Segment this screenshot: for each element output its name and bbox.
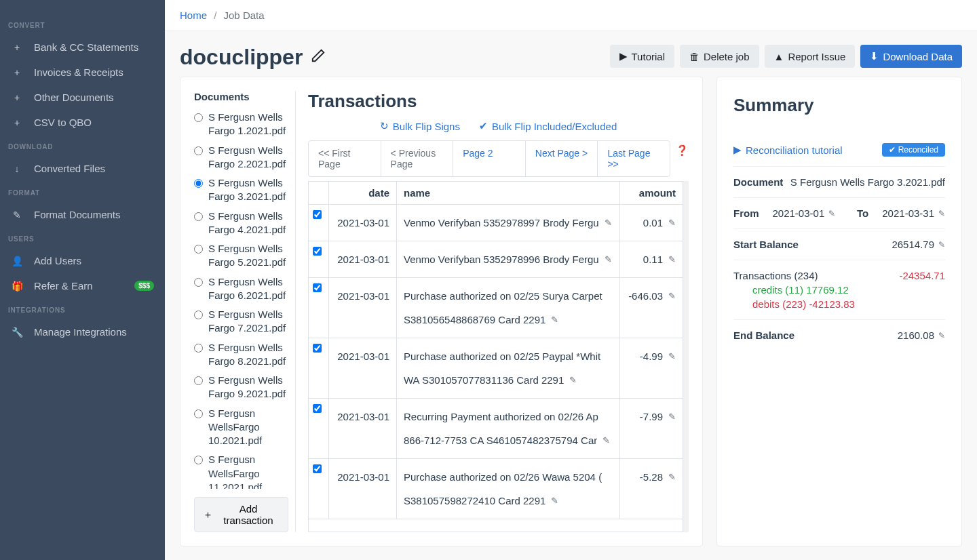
edit-amount-icon[interactable]: ✎ bbox=[668, 351, 676, 361]
document-radio[interactable] bbox=[194, 409, 203, 418]
pager-first[interactable]: << First Page bbox=[309, 141, 381, 176]
sidebar-item[interactable]: ↓Converted Files bbox=[0, 156, 165, 181]
row-checkbox[interactable] bbox=[313, 247, 322, 256]
document-item[interactable]: S Fergusn Wells Fargo 5.2021.pdf bbox=[194, 239, 288, 273]
tutorial-button[interactable]: ▶ Tutorial bbox=[610, 45, 674, 68]
document-radio[interactable] bbox=[194, 311, 203, 319]
name-line: WA S301057077831136 Card 2291✎ bbox=[404, 374, 613, 386]
breadcrumb-home[interactable]: Home bbox=[180, 9, 207, 21]
page-title-text: docuclipper bbox=[180, 45, 303, 70]
sidebar-item[interactable]: +CSV to QBO bbox=[0, 110, 165, 135]
reconciled-badge: ✔ Reconciled bbox=[882, 143, 945, 157]
end-balance-value-group: 2160.08 ✎ bbox=[898, 329, 945, 341]
edit-name-icon[interactable]: ✎ bbox=[605, 218, 612, 228]
sidebar-item[interactable]: 👤Add Users bbox=[0, 248, 165, 273]
edit-name-icon[interactable]: ✎ bbox=[569, 375, 577, 385]
sidebar-item-label: Converted Files bbox=[34, 163, 105, 174]
name-text: Purchase authorized on 02/25 Surya Carpe… bbox=[404, 290, 602, 302]
document-radio[interactable] bbox=[194, 376, 203, 385]
reconciliation-row: ▶ Reconciliation tutorial ✔ Reconciled bbox=[733, 134, 945, 167]
cell-date: 2021-03-01 bbox=[329, 399, 397, 458]
summary-card: Summary ▶ Reconciliation tutorial ✔ Reco… bbox=[716, 77, 962, 546]
document-item[interactable]: S Fergusn Wells Fargo 6.2021.pdf bbox=[194, 273, 288, 306]
from-value: 2021-03-01 bbox=[773, 207, 825, 219]
row-checkbox[interactable] bbox=[313, 210, 322, 219]
edit-name-icon[interactable]: ✎ bbox=[602, 435, 610, 445]
edit-from-icon[interactable]: ✎ bbox=[828, 209, 835, 218]
row-checkbox[interactable] bbox=[313, 344, 322, 353]
cell-amount: 0.01✎ bbox=[620, 205, 683, 241]
edit-start-icon[interactable]: ✎ bbox=[938, 240, 945, 249]
start-balance-value-group: 26514.79 ✎ bbox=[892, 239, 945, 250]
edit-end-icon[interactable]: ✎ bbox=[938, 331, 945, 340]
sidebar-item[interactable]: ✎Format Documents bbox=[0, 202, 165, 227]
table-row: 2021-03-01Venmo Verifyban 5352978996 Bro… bbox=[309, 241, 683, 278]
sidebar-item-label: CSV to QBO bbox=[34, 117, 92, 128]
pager-prev[interactable]: < Previous Page bbox=[381, 141, 454, 176]
sidebar-item-label: Format Documents bbox=[34, 209, 121, 220]
edit-amount-icon[interactable]: ✎ bbox=[668, 472, 676, 482]
document-item[interactable]: S Fergusn Wells Fargo 9.2021.pdf bbox=[194, 371, 288, 404]
edit-name-icon[interactable]: ✎ bbox=[551, 496, 558, 506]
document-item[interactable]: S Fergusn Wells Fargo 1.2021.pdf bbox=[194, 108, 288, 141]
add-transaction-button[interactable]: ＋ Add transaction bbox=[194, 497, 288, 532]
document-radio[interactable] bbox=[194, 278, 203, 287]
sidebar-item[interactable]: +Invoices & Receipts bbox=[0, 60, 165, 85]
sidebar-item-icon: 🎁 bbox=[11, 281, 23, 292]
document-radio[interactable] bbox=[194, 146, 203, 155]
edit-amount-icon[interactable]: ✎ bbox=[668, 291, 676, 301]
edit-name-icon[interactable]: ✎ bbox=[605, 254, 612, 264]
name-line: Purchase authorized on 02/25 Paypal *Whi… bbox=[404, 351, 613, 362]
document-radio[interactable] bbox=[194, 179, 203, 188]
sidebar-item-label: Invoices & Receipts bbox=[34, 66, 123, 78]
document-radio[interactable] bbox=[194, 456, 203, 464]
document-radio[interactable] bbox=[194, 344, 203, 353]
document-item[interactable]: S Fergusn WellsFargo 11.2021.pdf bbox=[194, 450, 288, 489]
download-data-button[interactable]: ⬇ Download Data bbox=[860, 45, 962, 68]
main: Home / Job Data docuclipper ▶ Tutorial 🗑… bbox=[165, 0, 977, 560]
document-radio[interactable] bbox=[194, 113, 203, 122]
sidebar-item-label: Bank & CC Statements bbox=[34, 41, 138, 53]
document-item[interactable]: S Fergusn Wells Fargo 2.2021.pdf bbox=[194, 141, 288, 174]
sidebar-item-icon: + bbox=[11, 117, 23, 128]
bulk-flip-included[interactable]: ✔ Bulk Flip Included/Excluded bbox=[479, 120, 617, 132]
row-checkbox[interactable] bbox=[313, 464, 322, 473]
bulk-flip-signs[interactable]: ↻ Bulk Flip Signs bbox=[380, 120, 460, 132]
document-radio[interactable] bbox=[194, 212, 203, 221]
sidebar-item-label: Other Documents bbox=[34, 92, 114, 103]
delete-job-button[interactable]: 🗑 Delete job bbox=[680, 45, 759, 68]
document-item[interactable]: S Fergusn Wells Fargo 7.2021.pdf bbox=[194, 305, 288, 338]
edit-to-icon[interactable]: ✎ bbox=[938, 209, 945, 218]
date-from-group: From 2021-03-01 ✎ bbox=[733, 207, 835, 219]
edit-title-icon[interactable] bbox=[311, 48, 326, 67]
cell-amount: -7.99✎ bbox=[620, 399, 683, 458]
table-scrollbar[interactable] bbox=[683, 181, 689, 532]
row-checkbox[interactable] bbox=[313, 404, 322, 413]
edit-amount-icon[interactable]: ✎ bbox=[668, 254, 676, 264]
help-icon[interactable]: ❓ bbox=[676, 140, 689, 157]
sidebar-badge: $$$ bbox=[134, 281, 154, 291]
document-item[interactable]: S Fergusn Wells Fargo 4.2021.pdf bbox=[194, 207, 288, 240]
document-item[interactable]: S Fergusn Wells Fargo 8.2021.pdf bbox=[194, 338, 288, 372]
edit-name-icon[interactable]: ✎ bbox=[551, 315, 558, 325]
reconciliation-tutorial[interactable]: ▶ Reconciliation tutorial bbox=[733, 144, 843, 156]
report-issue-button[interactable]: ▲ Report Issue bbox=[765, 45, 856, 68]
sidebar-item[interactable]: 🎁Refer & Earn$$$ bbox=[0, 273, 165, 298]
pager-last[interactable]: Last Page >> bbox=[598, 141, 670, 176]
edit-amount-icon[interactable]: ✎ bbox=[668, 218, 676, 228]
sidebar-item[interactable]: 🔧Manage Integrations bbox=[0, 319, 165, 344]
start-balance-row: Start Balance 26514.79 ✎ bbox=[733, 229, 945, 260]
documents-title: Documents bbox=[194, 91, 288, 102]
sidebar-item[interactable]: +Other Documents bbox=[0, 85, 165, 110]
document-item[interactable]: S Fergusn Wells Fargo 3.2021.pdf bbox=[194, 174, 288, 207]
plus-icon: ＋ bbox=[203, 508, 213, 521]
pager-next[interactable]: Next Page > bbox=[526, 141, 598, 176]
tx-total: -24354.71 bbox=[899, 270, 945, 281]
sidebar-item[interactable]: +Bank & CC Statements bbox=[0, 35, 165, 60]
transactions-title: Transactions bbox=[308, 91, 689, 112]
document-radio[interactable] bbox=[194, 245, 203, 254]
edit-amount-icon[interactable]: ✎ bbox=[668, 412, 676, 422]
document-item[interactable]: S Fergusn WellsFargo 10.2021.pdf bbox=[194, 404, 288, 451]
row-checkbox[interactable] bbox=[313, 283, 322, 292]
pager-page[interactable]: Page 2 bbox=[453, 141, 526, 176]
